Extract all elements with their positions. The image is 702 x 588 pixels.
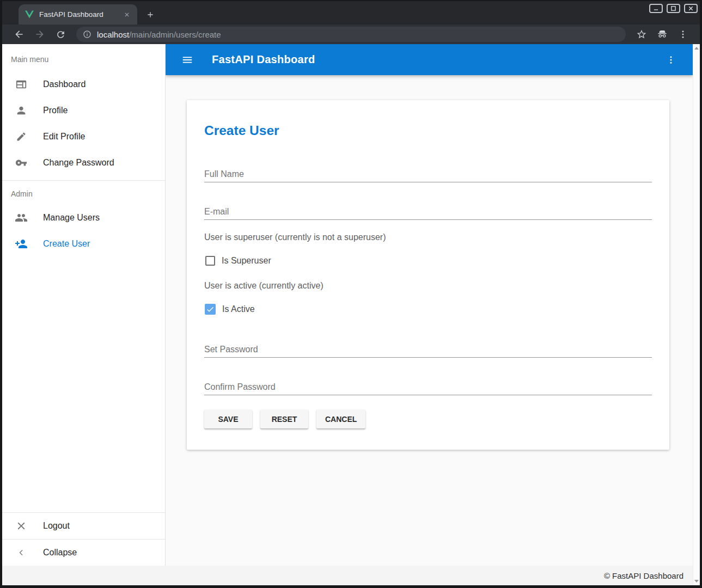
checkbox-label: Is Superuser [222,256,271,266]
scroll-down-arrow-icon[interactable] [694,580,699,583]
form-actions: SAVE RESET CANCEL [204,409,652,428]
incognito-icon [656,28,668,40]
sidebar: Main menu Dashboard Profile [2,44,166,566]
active-hint: User is active (currently active) [204,281,652,291]
sidebar-item-label: Change Password [43,158,114,168]
create-user-card: Create User User is superuser (currently… [187,100,669,450]
appbar-menu-icon[interactable] [664,53,677,66]
content-area: Create User User is superuser (currently… [166,75,693,566]
tab-title: FastAPI Dashboard [39,10,122,19]
people-icon [15,211,28,224]
sidebar-item-profile[interactable]: Profile [2,97,165,124]
minimize-button[interactable] [649,4,663,13]
url-path: /main/admin/users/create [129,30,221,39]
full-name-field[interactable] [204,167,652,182]
browser-toolbar: localhost/main/admin/users/create [2,24,700,44]
checkbox-label: Is Active [222,304,255,314]
sidebar-item-label: Manage Users [43,213,100,223]
vue-logo-icon [25,10,34,19]
dashboard-icon [15,78,28,90]
url-host: localhost [97,30,129,39]
maximize-button[interactable] [667,4,680,13]
forward-icon[interactable] [34,28,46,40]
bookmark-star-icon[interactable] [636,28,648,40]
copyright-text: © FastAPI Dashboard [604,571,683,580]
browser-window: FastAPI Dashboard [0,0,702,588]
sidebar-item-label: Dashboard [43,79,86,89]
sidebar-item-label: Collapse [43,548,77,558]
checkbox-unchecked-icon [205,256,215,266]
page-scrollbar[interactable] [693,44,700,585]
confirm-password-field[interactable] [204,379,652,395]
save-button[interactable]: SAVE [204,409,252,428]
hamburger-menu-icon[interactable] [181,53,194,66]
sidebar-item-edit-profile[interactable]: Edit Profile [2,124,165,150]
chevron-left-icon [15,547,28,558]
new-tab-button[interactable] [143,7,158,22]
set-password-field[interactable] [204,342,652,358]
address-bar[interactable]: localhost/main/admin/users/create [76,27,626,42]
browser-tab-strip: FastAPI Dashboard [2,0,700,24]
sidebar-item-logout[interactable]: Logout [2,513,165,539]
close-window-button[interactable] [684,4,698,13]
page-viewport: Main menu Dashboard Profile [2,44,700,585]
tab-close-icon[interactable] [122,10,132,20]
browser-menu-icon[interactable] [677,28,689,40]
sidebar-item-manage-users[interactable]: Manage Users [2,205,165,231]
pencil-icon [15,131,28,142]
is-active-checkbox[interactable]: Is Active [204,302,652,317]
email-field[interactable] [204,204,652,220]
appbar-title: FastAPI Dashboard [212,53,315,66]
close-icon [15,520,28,532]
sidebar-item-label: Edit Profile [43,132,85,142]
sidebar-section-header-admin: Admin [2,181,165,205]
back-icon[interactable] [13,28,25,40]
person-add-icon [15,237,28,250]
sidebar-section-header-main-menu: Main menu [2,44,165,71]
app-bar: FastAPI Dashboard [166,44,693,75]
page-footer: © FastAPI Dashboard [2,566,693,585]
window-controls [649,4,698,13]
superuser-hint: User is superuser (currently is not a su… [204,232,652,242]
page-info-icon[interactable] [83,30,91,39]
sidebar-item-create-user[interactable]: Create User [2,231,165,257]
key-icon [15,157,28,169]
scroll-up-arrow-icon[interactable] [694,47,699,50]
sidebar-item-change-password[interactable]: Change Password [2,150,165,176]
sidebar-item-collapse[interactable]: Collapse [2,540,165,566]
reset-button[interactable]: RESET [260,409,308,428]
sidebar-item-label: Profile [43,106,68,115]
page-title: Create User [204,100,652,138]
sidebar-item-label: Create User [43,239,90,249]
cancel-button[interactable]: CANCEL [316,409,365,428]
is-superuser-checkbox[interactable]: Is Superuser [204,253,652,268]
sidebar-item-label: Logout [43,521,70,531]
browser-tab[interactable]: FastAPI Dashboard [19,4,137,24]
checkbox-checked-icon [205,304,216,315]
main-area: FastAPI Dashboard Create User User is su… [166,44,693,566]
sidebar-item-dashboard[interactable]: Dashboard [2,71,165,97]
reload-icon[interactable] [54,28,66,40]
person-icon [15,105,28,117]
